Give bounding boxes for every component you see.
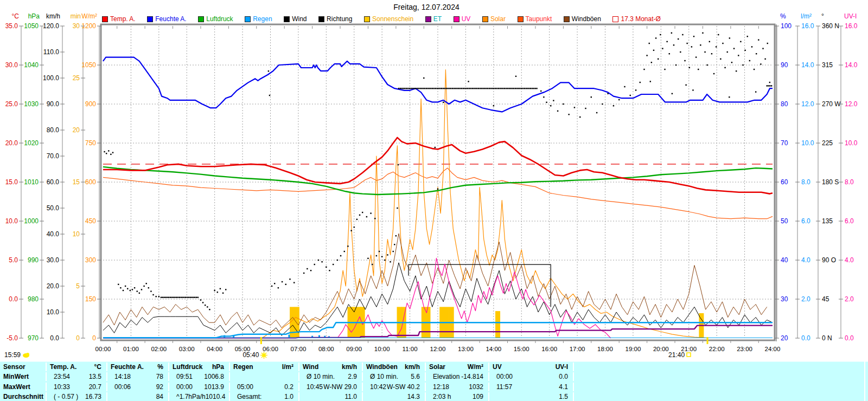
svg-text:01:00: 01:00 (123, 346, 139, 352)
axis-hum: %1009080706050403020 (775, 12, 792, 342)
svg-text:04:00: 04:00 (207, 346, 222, 352)
svg-text:1040: 1040 (24, 61, 39, 69)
svg-text:300: 300 (85, 256, 96, 264)
weather-app-window: { "title": "Freitag, 12.07.2024", "statu… (0, 0, 868, 401)
axis-solar: W/m²120010509007506004503001500 (81, 12, 101, 342)
svg-text:40.0: 40.0 (47, 230, 60, 238)
col-uv-max: 11:574.1 (488, 383, 573, 391)
table-filler (573, 392, 868, 401)
svg-text:60.0: 60.0 (47, 178, 60, 186)
svg-text:8.0: 8.0 (801, 178, 810, 186)
svg-text:15:00: 15:00 (514, 346, 529, 352)
svg-text:35.0: 35.0 (5, 22, 18, 30)
svg-text:2.0: 2.0 (845, 295, 854, 303)
svg-text:30.0: 30.0 (5, 61, 18, 69)
axis-dir: °360 N315270 W225180 S13590 O450 N (816, 12, 841, 342)
axis-uv: UV-I16.014.012.010.08.06.04.02.00.0 (839, 12, 858, 342)
cell-right: W-SW 40.2 (387, 383, 425, 391)
series-feuchte (103, 57, 773, 112)
col-temp-a--max: 10:3320.7 (46, 383, 106, 391)
col-feuchte-a--min: 14:1878 (106, 372, 168, 381)
axis-temp: °C35.030.025.020.015.010.05.00.0-5.0 (5, 12, 23, 342)
svg-text:90: 90 (781, 61, 788, 69)
svg-text:12:00: 12:00 (430, 346, 446, 352)
cell-left: 00:00 (169, 383, 193, 391)
col-feuchte-a--max: 00:0692 (106, 383, 168, 391)
svg-text:90 O: 90 O (822, 256, 836, 264)
svg-text:900: 900 (85, 100, 96, 108)
svg-text:360 N: 360 N (822, 22, 839, 30)
cell-right: 1010.4 (206, 392, 229, 401)
cell-right: 13.5 (89, 372, 106, 381)
cell-left: 2:03 h (426, 392, 451, 401)
svg-text:14:00: 14:00 (486, 346, 501, 352)
svg-text:600: 600 (85, 178, 96, 186)
svg-text:km/h: km/h (46, 12, 60, 20)
cell-right: 84 (156, 392, 168, 401)
col-solar-header: SolarW/m² (425, 363, 488, 371)
svg-text:10.0: 10.0 (801, 139, 814, 147)
table-filler (573, 363, 868, 371)
cell-right: 1032 (469, 383, 488, 391)
cell-left: Temp. A. (47, 363, 76, 371)
svg-text:W/m²: W/m² (81, 12, 97, 20)
col-feuchte-a--header: Feuchte A.% (106, 363, 168, 371)
cell-left: Luftdruck (169, 363, 202, 371)
col-regen-avg: Gesamt:1.0 (229, 392, 298, 401)
cell-left: Gesamt: (230, 392, 261, 401)
svg-text:30: 30 (781, 295, 788, 303)
svg-text:45: 45 (822, 295, 829, 303)
svg-text:hPa: hPa (28, 12, 40, 20)
cell-right: 1.5 (559, 392, 573, 401)
svg-text:10: 10 (73, 230, 80, 238)
svg-text:1020: 1020 (24, 139, 39, 147)
cell-right: 109 (473, 392, 488, 401)
svg-text:0: 0 (76, 334, 80, 342)
svg-text:750: 750 (85, 139, 96, 147)
gridlines (103, 26, 773, 343)
col-regen-max: 05:000.2 (229, 383, 298, 391)
row-label-text: MinWert (0, 372, 29, 381)
table-filler (573, 383, 868, 391)
svg-text:970: 970 (28, 334, 39, 342)
svg-text:180 S: 180 S (822, 178, 839, 186)
cell-left: Feuchte A. (107, 363, 144, 371)
row-label-text: Durchschnitt (0, 392, 43, 401)
svg-text:990: 990 (28, 256, 39, 264)
cell-left: Ø 10 min. (363, 372, 398, 381)
svg-text:02:00: 02:00 (151, 346, 167, 352)
svg-text:-5.0: -5.0 (7, 334, 18, 342)
cell-left: Elevation (426, 372, 459, 381)
current-time-annotation: 15:59 (4, 351, 30, 359)
svg-text:980: 980 (28, 295, 39, 303)
cell-left: 00:06 (107, 383, 131, 391)
row-label-minwert: MinWert (0, 372, 46, 381)
sunrise-sun-icon (260, 352, 267, 359)
cell-right: 1013.9 (204, 383, 229, 391)
cell-left: 09:51 (169, 372, 193, 381)
svg-text:25.0: 25.0 (5, 100, 18, 108)
cell-left: Windböen (363, 363, 398, 371)
col-solar-min: Elevation-14.814 (425, 372, 488, 381)
cell-left: Regen (230, 363, 253, 371)
svg-text:25: 25 (73, 74, 80, 82)
sunset-annotation: 21:40 (668, 351, 692, 359)
svg-text:14.0: 14.0 (845, 61, 858, 69)
svg-text:110.0: 110.0 (43, 48, 59, 56)
col-windb-en-min: Ø 10 min.5.6 (362, 372, 425, 381)
svg-text:70: 70 (781, 139, 788, 147)
svg-text:1200: 1200 (81, 22, 96, 30)
sunrise-tick (260, 337, 262, 344)
svg-text:450: 450 (85, 217, 96, 225)
cell-left (489, 392, 496, 401)
svg-text:4.0: 4.0 (801, 256, 810, 264)
col-regen-header: Regenl/m² (229, 363, 298, 371)
cell-left: ( - 0.57 ) (47, 392, 78, 401)
cell-left: 12:18 (426, 383, 449, 391)
sunrise-annotation: 05:40 (242, 351, 267, 359)
col-uv-header: UVUV-I (488, 363, 573, 371)
cell-right: UV-I (556, 363, 573, 371)
cell-right: 2.9 (348, 372, 362, 381)
svg-text:20.0: 20.0 (5, 139, 18, 147)
cell-right: km/h (405, 363, 425, 371)
